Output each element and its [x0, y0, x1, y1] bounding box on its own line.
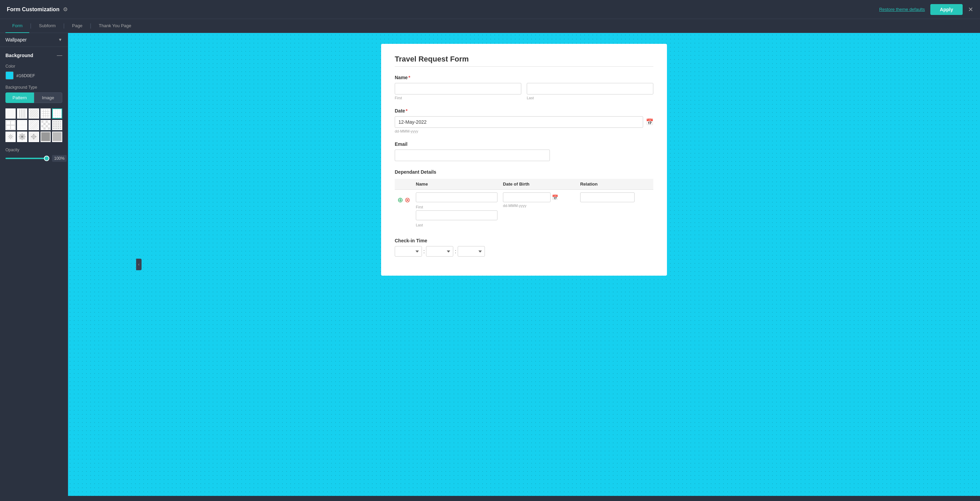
- svg-point-62: [20, 123, 20, 123]
- dep-dob-input[interactable]: [503, 192, 550, 202]
- tab-thankyou[interactable]: Thank You Page: [92, 19, 138, 33]
- color-hex-value: #16D0EF: [16, 73, 35, 78]
- svg-point-124: [53, 124, 54, 125]
- close-button[interactable]: ✕: [968, 6, 973, 13]
- dependant-title: Dependant Details: [395, 169, 653, 175]
- pattern-14[interactable]: [52, 132, 62, 142]
- svg-point-55: [18, 121, 19, 122]
- pattern-1[interactable]: [17, 108, 27, 119]
- svg-point-122: [58, 121, 59, 122]
- svg-point-38: [60, 114, 61, 114]
- svg-point-42: [59, 115, 60, 116]
- restore-defaults-link[interactable]: Restore theme defaults: [879, 7, 925, 12]
- checkin-label: Check-in Time: [395, 238, 653, 243]
- svg-rect-0: [6, 109, 15, 118]
- dep-first-input[interactable]: [416, 192, 498, 202]
- date-format-hint: dd-MMM-yyyy: [395, 129, 653, 133]
- opacity-slider[interactable]: [5, 158, 49, 159]
- svg-rect-116: [46, 125, 48, 127]
- email-field: Email: [395, 141, 653, 161]
- add-dependant-icon[interactable]: ⊕: [398, 196, 403, 204]
- svg-rect-111: [41, 120, 43, 123]
- panel-collapse-button[interactable]: ‹: [136, 258, 142, 270]
- date-input[interactable]: [395, 116, 643, 128]
- pattern-6[interactable]: [17, 120, 27, 130]
- pattern-13[interactable]: [40, 132, 51, 142]
- time-minute-select[interactable]: [426, 246, 453, 257]
- tab-form[interactable]: Form: [5, 19, 29, 33]
- pattern-12[interactable]: [29, 132, 39, 142]
- time-ampm-select[interactable]: [458, 246, 485, 257]
- svg-point-86: [20, 128, 20, 128]
- collapse-button[interactable]: —: [57, 52, 62, 59]
- svg-rect-118: [48, 127, 50, 130]
- svg-point-60: [25, 121, 25, 122]
- svg-point-33: [60, 112, 61, 113]
- bg-type-label: Background Type: [5, 85, 62, 90]
- svg-point-131: [60, 126, 61, 127]
- svg-point-129: [56, 126, 56, 127]
- svg-point-27: [59, 110, 60, 111]
- image-type-button[interactable]: Image: [34, 92, 63, 103]
- svg-point-126: [58, 124, 59, 125]
- svg-rect-112: [46, 120, 48, 123]
- dep-relation-cell: [578, 190, 653, 230]
- checkin-field: Check-in Time : :: [395, 238, 653, 257]
- delete-dependant-icon[interactable]: ⊗: [404, 196, 410, 204]
- form-card: Travel Request Form Name* First Last: [381, 44, 667, 276]
- pattern-2[interactable]: [29, 108, 39, 119]
- pattern-3[interactable]: [40, 108, 51, 119]
- svg-point-128: [53, 126, 54, 127]
- time-row: : :: [395, 246, 653, 257]
- wallpaper-dropdown[interactable]: Wallpaper ▼: [0, 33, 68, 47]
- pattern-11[interactable]: [17, 132, 27, 142]
- svg-point-77: [24, 125, 24, 126]
- apply-button[interactable]: Apply: [930, 4, 963, 15]
- svg-point-85: [18, 128, 19, 128]
- pattern-8[interactable]: [40, 120, 51, 130]
- dep-relation-input[interactable]: [580, 192, 635, 202]
- svg-point-138: [10, 136, 11, 137]
- svg-point-26: [57, 110, 58, 111]
- name-field: Name* First Last: [395, 75, 653, 100]
- calendar-icon[interactable]: 📅: [646, 118, 653, 126]
- topbar: Form Customization ⚙ Restore theme defau…: [0, 0, 980, 19]
- svg-point-65: [24, 123, 24, 123]
- tab-page[interactable]: Page: [65, 19, 89, 33]
- svg-point-28: [60, 110, 61, 111]
- time-hour-select[interactable]: [395, 246, 422, 257]
- dep-last-input[interactable]: [416, 210, 498, 220]
- email-input[interactable]: [395, 149, 550, 161]
- svg-point-161: [34, 136, 34, 137]
- svg-point-127: [60, 124, 61, 125]
- wallpaper-label: Wallpaper: [5, 37, 27, 43]
- name-first-input[interactable]: [395, 83, 521, 95]
- svg-point-72: [25, 124, 25, 124]
- tab-subform[interactable]: Subform: [32, 19, 63, 33]
- svg-point-130: [58, 126, 59, 127]
- svg-point-45: [55, 117, 56, 117]
- dep-table-row: ⊕ ⊗ First Last: [395, 190, 653, 230]
- dep-calendar-icon[interactable]: 📅: [552, 194, 558, 201]
- opacity-label: Opacity: [5, 147, 62, 152]
- pattern-9[interactable]: [52, 120, 62, 130]
- pattern-grid: [5, 108, 62, 142]
- svg-point-68: [20, 124, 20, 124]
- section-header: Background —: [5, 52, 62, 59]
- color-swatch[interactable]: [5, 71, 14, 79]
- pattern-type-button[interactable]: Pattern: [5, 92, 34, 103]
- time-sep-1: :: [423, 249, 425, 255]
- pattern-10[interactable]: [5, 132, 16, 142]
- pattern-5[interactable]: [5, 120, 16, 130]
- pattern-4[interactable]: [52, 108, 62, 119]
- svg-point-89: [24, 128, 24, 128]
- svg-point-40: [55, 115, 56, 116]
- form-preview: Travel Request Form Name* First Last: [68, 33, 980, 496]
- name-label: Name*: [395, 75, 653, 80]
- pattern-0[interactable]: [5, 108, 16, 119]
- name-last-input[interactable]: [527, 83, 653, 95]
- pattern-7[interactable]: [29, 120, 39, 130]
- date-label: Date*: [395, 108, 653, 114]
- dep-name-fields: First Last: [416, 192, 498, 227]
- svg-point-132: [53, 128, 54, 129]
